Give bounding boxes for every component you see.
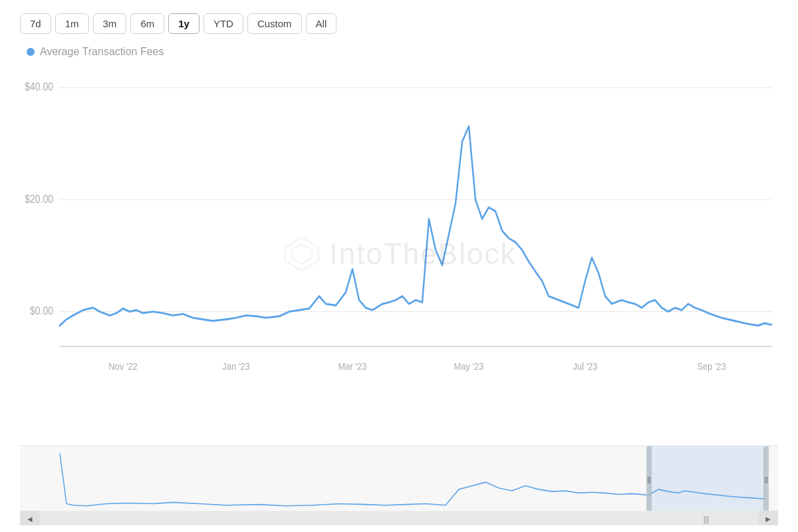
time-btn-6m[interactable]: 6m — [130, 13, 164, 34]
svg-text:Jul '23: Jul '23 — [573, 360, 597, 372]
svg-text:$0.00: $0.00 — [30, 305, 53, 317]
svg-text:Mar '23: Mar '23 — [338, 360, 367, 372]
svg-text:Jan '23: Jan '23 — [222, 360, 250, 372]
main-chart-area: IntoTheBlock $40.00 $20.00 $0.00 Nov '22… — [20, 65, 778, 443]
svg-rect-21 — [648, 446, 765, 511]
svg-text:||: || — [647, 476, 650, 483]
navigator-wrapper: 2016 2018 2020 2022 ◄ ► ||| || || — [20, 446, 778, 525]
svg-text:Nov '22: Nov '22 — [108, 360, 138, 372]
time-btn-1y[interactable]: 1y — [168, 13, 200, 34]
svg-text:$20.00: $20.00 — [25, 193, 53, 205]
time-btn-7d[interactable]: 7d — [20, 13, 51, 34]
legend-label: Average Transaction Fees — [40, 46, 164, 58]
svg-text:Sep '23: Sep '23 — [697, 360, 726, 372]
svg-rect-26 — [20, 511, 778, 525]
main-chart-svg: $40.00 $20.00 $0.00 Nov '22 Jan '23 Mar … — [20, 65, 778, 443]
navigator-svg: 2016 2018 2020 2022 ◄ ► ||| || || — [20, 446, 778, 525]
legend-dot — [27, 48, 35, 56]
time-btn-ytd[interactable]: YTD — [203, 13, 243, 34]
time-btn-1m[interactable]: 1m — [55, 13, 89, 34]
chart-legend: Average Transaction Fees — [27, 46, 778, 58]
time-btn-all[interactable]: All — [306, 13, 337, 34]
svg-text:$40.00: $40.00 — [25, 80, 53, 92]
time-btn-3m[interactable]: 3m — [93, 13, 127, 34]
svg-text:◄: ◄ — [26, 514, 34, 524]
time-range-bar: 7d1m3m6m1yYTDCustomAll — [20, 13, 778, 34]
time-btn-custom[interactable]: Custom — [247, 13, 302, 34]
svg-text:||: || — [764, 476, 767, 483]
svg-text:►: ► — [764, 514, 772, 524]
svg-text:|||: ||| — [704, 515, 710, 523]
main-container: 7d1m3m6m1yYTDCustomAll Average Transacti… — [0, 0, 798, 532]
svg-text:May '23: May '23 — [454, 360, 483, 372]
